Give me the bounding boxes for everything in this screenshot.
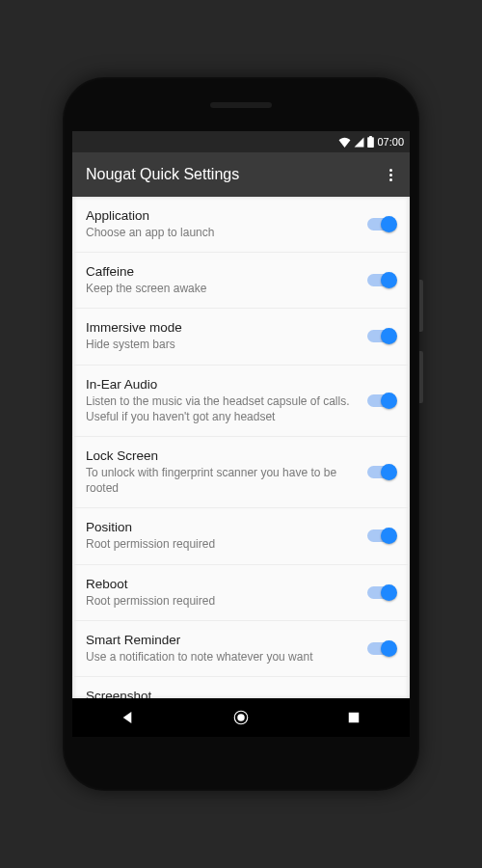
setting-row-position[interactable]: Position Root permission required [72, 508, 410, 564]
toggle-switch[interactable] [367, 529, 396, 542]
setting-title: Position [86, 520, 356, 534]
svg-point-1 [237, 714, 245, 721]
toggle-switch[interactable] [367, 642, 396, 655]
setting-subtitle: Keep the screen awake [86, 281, 356, 296]
settings-list[interactable]: Application Choose an app to launch Caff… [72, 197, 410, 698]
setting-row-immersive[interactable]: Immersive mode Hide system bars [72, 309, 410, 365]
setting-title: Smart Reminder [86, 633, 356, 647]
setting-title: Immersive mode [86, 320, 356, 335]
setting-row-reboot[interactable]: Reboot Root permission required [72, 565, 410, 621]
app-title: Nougat Quick Settings [86, 166, 239, 183]
setting-subtitle: To unlock with fingerprint scanner you h… [86, 465, 356, 496]
wifi-icon [338, 137, 351, 148]
setting-subtitle: Root permission required [86, 536, 356, 552]
setting-subtitle: Use a notification to note whatever you … [86, 649, 356, 665]
toggle-switch[interactable] [367, 274, 396, 286]
setting-subtitle: Root permission required [86, 593, 356, 609]
nav-home-icon[interactable] [222, 698, 260, 737]
toggle-switch[interactable] [367, 218, 396, 231]
settings-content: Application Choose an app to launch Caff… [72, 197, 410, 698]
setting-title: Reboot [86, 577, 356, 591]
battery-icon [367, 136, 374, 148]
screen: 07:00 Nougat Quick Settings Application … [72, 131, 410, 737]
setting-row-application[interactable]: Application Choose an app to launch [72, 197, 410, 253]
setting-row-caffeine[interactable]: Caffeine Keep the screen awake [72, 253, 410, 309]
setting-row-lock-screen[interactable]: Lock Screen To unlock with fingerprint s… [72, 437, 410, 508]
nav-recent-icon[interactable] [335, 698, 373, 737]
toggle-switch[interactable] [367, 466, 396, 478]
status-bar: 07:00 [72, 131, 410, 152]
setting-row-smart-reminder[interactable]: Smart Reminder Use a notification to not… [72, 621, 410, 677]
toggle-switch[interactable] [367, 586, 396, 599]
setting-row-in-ear-audio[interactable]: In-Ear Audio Listen to the music via the… [72, 366, 410, 437]
navigation-bar [72, 698, 410, 737]
toggle-switch[interactable] [367, 330, 396, 342]
app-bar: Nougat Quick Settings [72, 152, 410, 197]
phone-frame: 07:00 Nougat Quick Settings Application … [63, 77, 419, 791]
setting-subtitle: Listen to the music via the headset caps… [86, 393, 356, 424]
signal-icon [354, 137, 364, 148]
setting-title: Screenshot [86, 689, 356, 698]
setting-subtitle: Choose an app to launch [86, 225, 356, 240]
nav-back-icon[interactable] [109, 698, 147, 737]
svg-rect-2 [348, 713, 359, 723]
setting-title: Caffeine [86, 264, 356, 279]
toggle-switch[interactable] [367, 394, 396, 407]
phone-speaker [210, 102, 272, 108]
setting-title: In-Ear Audio [86, 377, 356, 392]
more-options-icon[interactable] [386, 165, 396, 185]
status-time: 07:00 [377, 136, 404, 148]
setting-title: Application [86, 208, 356, 223]
volume-up-button [419, 280, 423, 332]
setting-title: Lock Screen [86, 448, 356, 463]
setting-subtitle: Hide system bars [86, 337, 356, 352]
volume-down-button [419, 351, 423, 403]
setting-row-screenshot[interactable]: Screenshot [72, 677, 410, 698]
